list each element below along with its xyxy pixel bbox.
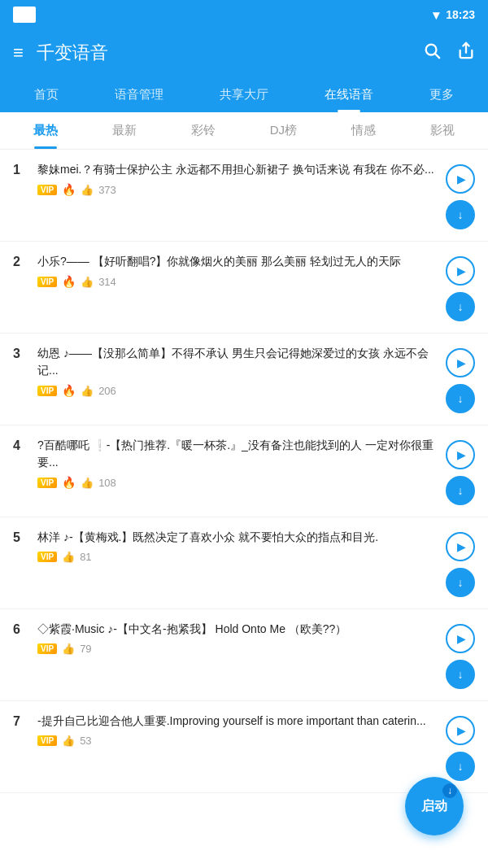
item-title: 小乐?—— 【好听翻唱?】你就像烟火的美丽 那么美丽 轻划过无人的天际 bbox=[37, 253, 436, 270]
item-content: -提升自己比迎合他人重要.Improving yourself is more … bbox=[37, 713, 436, 747]
vip-badge: VIP bbox=[37, 478, 57, 488]
status-bar: ▾ 18:23 bbox=[0, 0, 488, 29]
item-content: 幼恩 ♪——【没那么简单】不得不承认 男生只会记得她深爱过的女孩 永远不会记..… bbox=[37, 345, 436, 397]
item-number: 5 bbox=[13, 529, 28, 545]
like-count: 79 bbox=[80, 643, 91, 655]
tab-share-hall[interactable]: 共享大厅 bbox=[210, 76, 278, 112]
item-number: 2 bbox=[13, 253, 28, 269]
item-title: ?百酷哪吒 ❕-【热门推荐.『暖一杯茶.』_没有备注也能找到的人 一定对你很重要… bbox=[37, 437, 436, 471]
list-item: 7 -提升自己比迎合他人重要.Improving yourself is mor… bbox=[0, 701, 488, 793]
subtab-hot[interactable]: 最热 bbox=[25, 112, 66, 149]
play-icon: ▶ bbox=[457, 172, 466, 185]
subtab-dj[interactable]: DJ榜 bbox=[262, 112, 305, 149]
tab-home[interactable]: 首页 bbox=[24, 76, 68, 112]
float-arrow-icon: ↓ bbox=[442, 783, 457, 798]
item-title: 黎妹mei.？有骑士保护公主 永远都不用担心新裙子 换句话来说 有我在 你不必.… bbox=[37, 161, 436, 178]
play-button[interactable]: ▶ bbox=[446, 164, 475, 194]
vip-badge: VIP bbox=[37, 185, 57, 195]
share-icon[interactable] bbox=[457, 41, 475, 64]
item-number: 4 bbox=[13, 437, 28, 453]
item-meta: VIP 🔥 👍 314 bbox=[37, 275, 436, 288]
item-title: 幼恩 ♪——【没那么简单】不得不承认 男生只会记得她深爱过的女孩 永远不会记..… bbox=[37, 345, 436, 379]
download-button[interactable]: ↓ bbox=[446, 292, 475, 321]
play-icon: ▶ bbox=[457, 264, 466, 277]
item-content: 小乐?—— 【好听翻唱?】你就像烟火的美丽 那么美丽 轻划过无人的天际 VIP … bbox=[37, 253, 436, 288]
download-button[interactable]: ↓ bbox=[446, 660, 475, 689]
subtab-emotion[interactable]: 情感 bbox=[343, 112, 384, 149]
download-button[interactable]: ↓ bbox=[446, 752, 475, 781]
vip-badge: VIP bbox=[37, 735, 57, 746]
item-number: 6 bbox=[13, 621, 28, 637]
item-content: ?百酷哪吒 ❕-【热门推荐.『暖一杯茶.』_没有备注也能找到的人 一定对你很重要… bbox=[37, 437, 436, 489]
item-meta: VIP 🔥 👍 373 bbox=[37, 183, 436, 196]
download-icon: ↓ bbox=[458, 760, 464, 773]
play-button[interactable]: ▶ bbox=[446, 624, 475, 653]
subtab-new[interactable]: 最新 bbox=[104, 112, 145, 149]
like-count: 206 bbox=[98, 385, 116, 397]
item-actions: ▶ ↓ bbox=[446, 713, 475, 781]
item-meta: VIP 👍 53 bbox=[37, 735, 436, 747]
nav-icons bbox=[423, 41, 475, 64]
download-icon: ↓ bbox=[458, 576, 464, 589]
menu-icon[interactable]: ≡ bbox=[13, 42, 24, 63]
list-item: 3 幼恩 ♪——【没那么简单】不得不承认 男生只会记得她深爱过的女孩 永远不会记… bbox=[0, 334, 488, 425]
like-count: 108 bbox=[98, 477, 116, 489]
item-number: 1 bbox=[13, 161, 28, 177]
float-start-button[interactable]: 启动 ↓ bbox=[405, 777, 464, 835]
fire-icon: 🔥 bbox=[62, 384, 76, 397]
download-button[interactable]: ↓ bbox=[446, 200, 475, 229]
list-item: 5 林洋 ♪-【黄梅戏.】既然决定了喜欢小众 就不要怕大众的指点和目光. VIP… bbox=[0, 517, 488, 609]
download-icon: ↓ bbox=[458, 392, 464, 405]
search-icon[interactable] bbox=[423, 41, 441, 64]
like-icon: 👍 bbox=[81, 385, 94, 397]
svg-line-1 bbox=[435, 54, 439, 58]
item-title: 林洋 ♪-【黄梅戏.】既然决定了喜欢小众 就不要怕大众的指点和目光. bbox=[37, 529, 436, 546]
item-meta: VIP 🔥 👍 108 bbox=[37, 476, 436, 489]
download-icon: ↓ bbox=[458, 300, 464, 313]
download-button[interactable]: ↓ bbox=[446, 384, 475, 413]
play-button[interactable]: ▶ bbox=[446, 256, 475, 286]
play-button[interactable]: ▶ bbox=[446, 440, 475, 469]
fire-icon: 🔥 bbox=[62, 275, 76, 288]
app-title: 千变语音 bbox=[37, 41, 423, 65]
status-right: ▾ 18:23 bbox=[433, 7, 475, 23]
top-nav: ≡ 千变语音 bbox=[0, 29, 488, 76]
item-actions: ▶ ↓ bbox=[446, 437, 475, 505]
wifi-icon: ▾ bbox=[433, 7, 439, 23]
vip-badge: VIP bbox=[37, 552, 57, 562]
fire-icon: 🔥 bbox=[62, 183, 76, 196]
like-icon: 👍 bbox=[81, 276, 94, 288]
like-icon: 👍 bbox=[81, 477, 94, 489]
play-icon: ▶ bbox=[457, 724, 466, 737]
download-button[interactable]: ↓ bbox=[446, 568, 475, 597]
tab-bar: 首页 语音管理 共享大厅 在线语音 更多 bbox=[0, 76, 488, 112]
item-content: 黎妹mei.？有骑士保护公主 永远都不用担心新裙子 换句话来说 有我在 你不必.… bbox=[37, 161, 436, 196]
status-time: 18:23 bbox=[446, 8, 475, 21]
play-icon: ▶ bbox=[457, 356, 466, 369]
play-button[interactable]: ▶ bbox=[446, 716, 475, 745]
tab-more[interactable]: 更多 bbox=[420, 76, 464, 112]
item-actions: ▶ ↓ bbox=[446, 621, 475, 689]
download-icon: ↓ bbox=[458, 668, 464, 681]
like-count: 81 bbox=[80, 551, 91, 563]
item-title: ◇紫霞·Music ♪-【中文名-抱紧我】 Hold Onto Me （欧美??… bbox=[37, 621, 436, 638]
subtab-ringtone[interactable]: 彩铃 bbox=[183, 112, 224, 149]
like-icon: 👍 bbox=[62, 643, 75, 655]
vip-badge: VIP bbox=[37, 643, 57, 654]
subtab-film[interactable]: 影视 bbox=[422, 112, 463, 149]
tab-online-voice[interactable]: 在线语音 bbox=[315, 76, 383, 112]
like-count: 314 bbox=[98, 276, 116, 288]
tab-voice-manage[interactable]: 语音管理 bbox=[105, 76, 173, 112]
play-icon: ▶ bbox=[457, 540, 466, 553]
play-button[interactable]: ▶ bbox=[446, 532, 475, 561]
item-meta: VIP 🔥 👍 206 bbox=[37, 384, 436, 397]
item-actions: ▶ ↓ bbox=[446, 253, 475, 321]
like-count: 373 bbox=[98, 184, 116, 196]
vip-badge: VIP bbox=[37, 386, 57, 396]
like-icon: 👍 bbox=[62, 735, 75, 747]
list-item: 1 黎妹mei.？有骑士保护公主 永远都不用担心新裙子 换句话来说 有我在 你不… bbox=[0, 150, 488, 242]
download-button[interactable]: ↓ bbox=[446, 476, 475, 505]
play-button[interactable]: ▶ bbox=[446, 348, 475, 377]
list-item: 2 小乐?—— 【好听翻唱?】你就像烟火的美丽 那么美丽 轻划过无人的天际 VI… bbox=[0, 242, 488, 334]
item-number: 3 bbox=[13, 345, 28, 361]
